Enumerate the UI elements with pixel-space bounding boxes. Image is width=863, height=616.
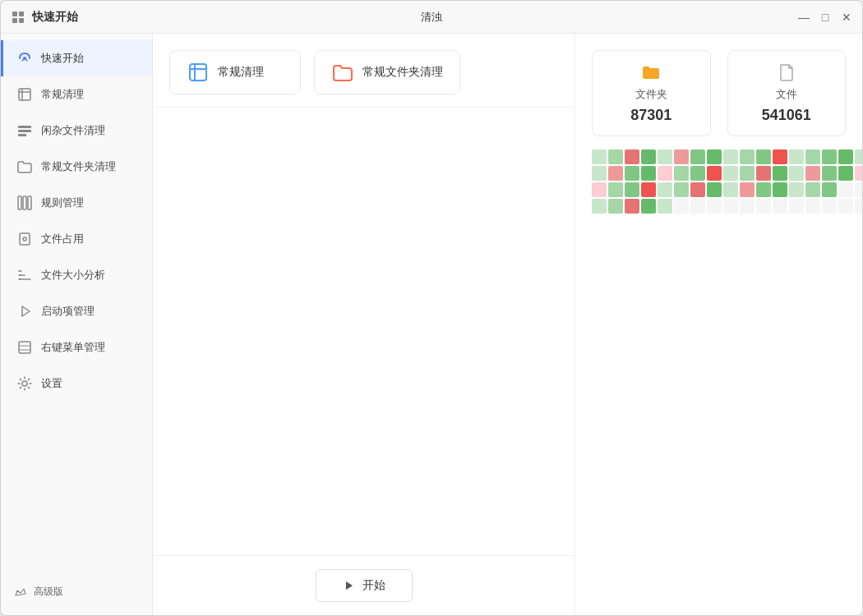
heatmap-cell xyxy=(592,149,607,164)
sidebar-label-file-size: 文件大小分析 xyxy=(41,268,105,283)
heatmap-cell xyxy=(674,149,689,164)
heatmap-cell xyxy=(773,149,787,164)
heatmap-cell xyxy=(690,149,705,164)
regular-clean-icon xyxy=(16,86,33,103)
svg-rect-9 xyxy=(18,130,31,132)
minimize-button[interactable]: — xyxy=(798,11,810,23)
quick-start-icon xyxy=(16,50,33,67)
sidebar-label-folder-clean: 常规文件夹清理 xyxy=(41,159,116,174)
sidebar: 快速开始 常规清理 xyxy=(1,34,153,615)
app-title: 快速开始 xyxy=(32,10,78,25)
advanced-label: 高级版 xyxy=(34,585,63,599)
heatmap-cell xyxy=(855,149,862,164)
start-label: 开始 xyxy=(362,578,385,593)
svg-point-4 xyxy=(23,57,26,60)
heatmap-cell xyxy=(674,199,689,214)
heatmap-cell xyxy=(838,199,853,214)
svg-point-20 xyxy=(19,274,21,276)
sidebar-item-rule-manage[interactable]: 规则管理 xyxy=(1,185,152,221)
file-stat-icon xyxy=(777,62,796,82)
svg-rect-8 xyxy=(18,126,31,128)
heatmap-cell xyxy=(805,199,820,214)
file-occupy-icon xyxy=(16,231,33,247)
heatmap-cell xyxy=(773,166,787,181)
heatmap-cell xyxy=(592,182,607,197)
heatmap-cell xyxy=(855,199,862,214)
sidebar-label-context-menu: 右键菜单管理 xyxy=(41,340,105,355)
context-menu-icon xyxy=(16,339,33,356)
heatmap-cell xyxy=(822,199,837,214)
window-controls: — □ ✕ xyxy=(798,11,852,23)
rule-manage-icon xyxy=(16,195,33,211)
folder-stat-icon xyxy=(641,62,661,82)
clean-card-icon xyxy=(187,61,210,84)
svg-rect-0 xyxy=(12,11,17,16)
svg-rect-11 xyxy=(18,196,21,209)
main-layout: 快速开始 常规清理 xyxy=(1,34,862,615)
misc-clean-icon xyxy=(16,122,33,139)
heatmap-cell xyxy=(608,166,623,181)
heatmap-cell xyxy=(707,199,722,214)
heatmap-cell xyxy=(838,149,853,164)
heatmap-cell xyxy=(740,199,755,214)
settings-icon xyxy=(16,375,33,392)
heatmap-cell xyxy=(690,166,705,181)
sidebar-label-quick-start: 快速开始 xyxy=(41,51,84,66)
main-content: 常规清理 常规文件夹清理 xyxy=(153,34,575,615)
cards-row: 常规清理 常规文件夹清理 xyxy=(153,34,575,108)
heatmap-cell xyxy=(756,149,771,164)
svg-rect-13 xyxy=(28,196,31,209)
content-area: 常规清理 常规文件夹清理 xyxy=(153,34,862,615)
folder-clean-card[interactable]: 常规文件夹清理 xyxy=(314,50,460,94)
svg-rect-2 xyxy=(12,18,17,23)
heatmap-cell xyxy=(608,182,623,197)
heatmap-cell xyxy=(608,149,623,164)
play-icon xyxy=(343,579,356,592)
svg-point-15 xyxy=(23,237,26,241)
heatmap-cell xyxy=(592,166,607,181)
crown-icon xyxy=(14,586,27,599)
maximize-button[interactable]: □ xyxy=(819,11,831,23)
svg-point-19 xyxy=(19,270,21,272)
heatmap-cell xyxy=(625,199,639,214)
right-stats-panel: 文件夹 87301 文件 541061 xyxy=(575,34,862,615)
start-button[interactable]: 开始 xyxy=(316,569,413,602)
regular-clean-card[interactable]: 常规清理 xyxy=(169,50,301,94)
sidebar-item-quick-start[interactable]: 快速开始 xyxy=(1,40,152,76)
folder-stat-label: 文件夹 xyxy=(635,87,667,102)
svg-rect-5 xyxy=(19,89,30,100)
heatmap-cell xyxy=(674,182,689,197)
svg-rect-1 xyxy=(19,11,24,16)
sidebar-item-file-size[interactable]: 文件大小分析 xyxy=(1,257,152,293)
heatmap-cell xyxy=(855,166,862,181)
sidebar-item-regular-clean[interactable]: 常规清理 xyxy=(1,76,152,113)
svg-rect-14 xyxy=(20,233,30,245)
heatmap-cell xyxy=(822,166,837,181)
startup-icon xyxy=(16,303,33,319)
sidebar-bottom-advanced[interactable]: 高级版 xyxy=(1,575,152,609)
heatmap-cell xyxy=(789,199,804,214)
sidebar-label-rule-manage: 规则管理 xyxy=(41,195,84,210)
heatmap-cell xyxy=(608,199,623,214)
content-body: 常规清理 常规文件夹清理 xyxy=(153,34,862,615)
heatmap-cell xyxy=(625,182,639,197)
sidebar-item-context-menu[interactable]: 右键菜单管理 xyxy=(1,329,152,365)
heatmap-cell xyxy=(838,182,853,197)
heatmap-cell xyxy=(756,199,771,214)
heatmap-cell xyxy=(641,182,656,197)
file-stat-label: 文件 xyxy=(776,87,797,102)
svg-point-21 xyxy=(19,278,21,280)
close-button[interactable]: ✕ xyxy=(841,11,852,23)
heatmap-cell xyxy=(723,182,738,197)
folder-clean-label: 常规文件夹清理 xyxy=(362,65,443,80)
heatmap-cell xyxy=(625,166,639,181)
sidebar-item-file-occupy[interactable]: 文件占用 xyxy=(1,221,152,257)
folder-card-icon xyxy=(331,61,354,84)
sidebar-item-folder-clean[interactable]: 常规文件夹清理 xyxy=(1,149,152,185)
sidebar-item-startup[interactable]: 启动项管理 xyxy=(1,293,152,329)
heatmap-cell xyxy=(707,166,722,181)
sidebar-item-misc-clean[interactable]: 闲杂文件清理 xyxy=(1,113,152,149)
sidebar-label-file-occupy: 文件占用 xyxy=(41,232,84,246)
heatmap-cell xyxy=(855,182,862,197)
sidebar-item-settings[interactable]: 设置 xyxy=(1,365,152,402)
